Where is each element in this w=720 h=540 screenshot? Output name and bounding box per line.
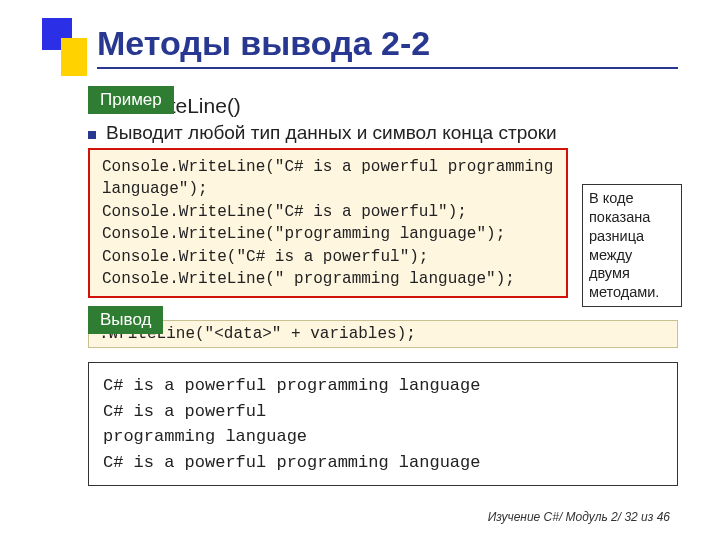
label-example: Пример xyxy=(88,86,174,114)
bullet-method: riteLine() xyxy=(158,94,678,118)
code-example-box: Console.WriteLine("C# is a powerful prog… xyxy=(88,148,568,298)
code-line: Console.WriteLine("programming language"… xyxy=(102,223,554,245)
bullet-icon xyxy=(88,131,96,139)
slide-title: Методы вывода 2-2 xyxy=(97,22,678,69)
title-row: Методы вывода 2-2 xyxy=(42,22,678,76)
code-line: Console.Write("C# is a powerful"); xyxy=(102,246,554,268)
code-line: language"); xyxy=(102,178,554,200)
label-output: Вывод xyxy=(88,306,163,334)
method-description: Выводит любой тип данных и символ конца … xyxy=(106,122,557,144)
footer-text: Изучение C#/ Модуль 2/ 32 из 46 xyxy=(488,510,670,524)
code-line: Console.WriteLine(" programming language… xyxy=(102,268,554,290)
slide: Методы вывода 2-2 Пример riteLine() Выво… xyxy=(0,0,720,540)
output-box: C# is a powerful programming language C#… xyxy=(88,362,678,486)
logo-icon xyxy=(42,18,87,76)
output-line: C# is a powerful programming language xyxy=(103,450,663,476)
output-line: C# is a powerful xyxy=(103,399,663,425)
code-line: Console.WriteLine("C# is a powerful prog… xyxy=(102,156,554,178)
content-area: Пример riteLine() Выводит любой тип данн… xyxy=(42,94,678,486)
callout-note: В коде показана разница между двумя мето… xyxy=(582,184,682,307)
code-line: Console.WriteLine("C# is a powerful"); xyxy=(102,201,554,223)
output-line: C# is a powerful programming language xyxy=(103,373,663,399)
output-line: programming language xyxy=(103,424,663,450)
code-template-line: .WriteLine("<data>" + variables); xyxy=(88,320,678,348)
bullet-description: Выводит любой тип данных и символ конца … xyxy=(88,122,678,144)
